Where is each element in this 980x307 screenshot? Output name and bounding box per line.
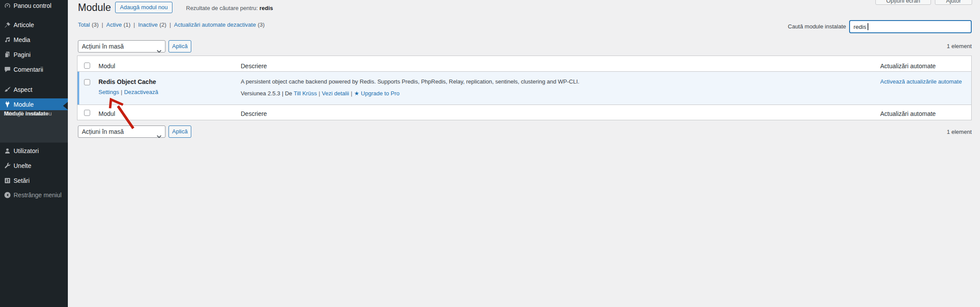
wordpress-plugins-page: Panou control Articole Media Pagini Come… — [0, 0, 980, 307]
sidebar-item-media[interactable]: Media — [0, 33, 68, 46]
sidebar-item-dashboard[interactable]: Panou control — [0, 0, 68, 12]
collapse-menu-button[interactable]: Restrânge meniul — [0, 188, 68, 202]
meta-separator: | — [351, 90, 352, 97]
sidebar-item-pages[interactable]: Pagini — [0, 48, 68, 61]
sidebar-item-tools[interactable]: Unelte — [0, 159, 68, 172]
media-icon — [4, 36, 11, 44]
sidebar-item-label: Setări — [14, 177, 30, 184]
sidebar-item-label: Comentarii — [14, 66, 43, 73]
bulk-actions-selected: Acțiuni în masă — [82, 43, 124, 50]
enable-auto-updates-cell: Activează actualizările automate — [880, 77, 962, 86]
items-count-bottom: 1 element — [947, 129, 972, 136]
search-results-subtitle: Rezultate de căutare pentru: redis — [186, 5, 273, 12]
table-footer-row: Modul Descriere Actualizări automate — [77, 105, 971, 120]
star-icon: ★ — [354, 90, 359, 97]
sidebar-item-label: Media — [14, 36, 30, 43]
sidebar-item-users[interactable]: Utilizatori — [0, 144, 68, 157]
plugin-icon — [4, 101, 11, 108]
link-separator: | — [121, 89, 122, 95]
collapse-menu-label: Restrânge meniul — [14, 192, 62, 199]
search-plugins-label: Caută module instalate — [788, 23, 846, 30]
plugin-meta-row: Versiunea 2.5.3 | De Till Krüss|Vezi det… — [241, 89, 400, 98]
subtitle-search-term: redis — [260, 5, 273, 11]
plugins-submenu: Module instalate Adaugă modul nou — [0, 110, 68, 143]
collapse-icon — [4, 191, 11, 199]
plugin-version-author-prefix: Versiunea 2.5.3 | De — [241, 90, 292, 97]
filter-separator: | — [133, 21, 135, 28]
column-header-name[interactable]: Modul — [98, 62, 115, 70]
filter-active-link[interactable]: Active — [106, 21, 122, 28]
settings-icon — [4, 177, 11, 185]
column-footer-auto-updates: Actualizări automate — [880, 109, 936, 118]
column-footer-description: Descriere — [241, 109, 267, 118]
plugin-row-checkbox[interactable] — [84, 79, 90, 85]
filter-total-link[interactable]: Total — [78, 21, 90, 28]
plugins-table: Modul Descriere Actualizări automate Red… — [77, 56, 972, 120]
enable-auto-updates-link[interactable]: Activează actualizările automate — [880, 78, 962, 85]
plugin-deactivate-link[interactable]: Dezactivează — [124, 89, 158, 95]
dashboard-icon — [4, 2, 11, 10]
screen-options-button[interactable]: Opțiuni ecran — [875, 0, 931, 5]
sidebar-item-label: Articole — [14, 21, 34, 28]
sidebar-item-appearance[interactable]: Aspect — [0, 83, 68, 96]
select-all-checkbox-bottom[interactable] — [84, 110, 90, 116]
sidebar-item-comments[interactable]: Comentarii — [0, 63, 68, 76]
plugin-view-details-link[interactable]: Vezi detalii — [322, 90, 349, 97]
filter-total-count: (3) — [91, 21, 98, 28]
plugin-status-filters: Total(3)|Active(1)|Inactive(2)|Actualiză… — [78, 21, 265, 28]
filter-active-count: (1) — [123, 21, 130, 28]
page-title: Module — [78, 1, 111, 14]
plugin-row-redis-object-cache: Redis Object Cache Settings|Dezactivează… — [77, 72, 971, 105]
subtitle-prefix: Rezultate de căutare pentru: — [186, 5, 260, 11]
sidebar-item-settings[interactable]: Setări — [0, 174, 68, 187]
column-header-description: Descriere — [241, 62, 267, 70]
sidebar-item-label: Panou control — [14, 2, 51, 9]
apply-button-bottom[interactable]: Aplică — [169, 126, 191, 138]
plugin-description: A persistent object cache backend powere… — [241, 77, 580, 86]
select-all-checkbox[interactable] — [84, 63, 90, 69]
help-label: Ajutor — [935, 0, 972, 3]
tools-icon — [4, 162, 11, 170]
chevron-down-icon — [157, 130, 162, 142]
current-menu-arrow — [63, 102, 68, 110]
sidebar-item-label: Utilizatori — [14, 147, 39, 154]
apply-button-top[interactable]: Aplică — [169, 40, 191, 52]
sidebar-item-label: Module — [14, 101, 34, 108]
bulk-actions-select-bottom[interactable]: Acțiuni în masă — [78, 126, 165, 138]
chevron-down-icon — [157, 45, 162, 56]
sidebar-item-label: Pagini — [14, 51, 31, 58]
filter-inactive-count: (2) — [159, 21, 166, 28]
filter-separator: | — [102, 21, 103, 28]
plugin-author-link[interactable]: Till Krüss — [294, 90, 317, 97]
help-button[interactable]: Ajutor — [935, 0, 972, 5]
table-header-row: Modul Descriere Actualizări automate — [77, 56, 971, 72]
filter-autoupdates-disabled-link[interactable]: Actualizări automate dezactivate — [174, 21, 256, 28]
plugin-upgrade-link[interactable]: Upgrade to Pro — [361, 90, 400, 97]
bulk-actions-select-top[interactable]: Acțiuni în masă — [78, 40, 165, 52]
submenu-item-add-plugin[interactable]: Adaugă modul nou — [4, 110, 52, 117]
bulk-actions-selected: Acțiuni în masă — [82, 128, 124, 135]
sidebar-item-plugins[interactable]: Module — [0, 98, 68, 110]
plugin-action-links: Settings|Dezactivează — [98, 88, 158, 97]
sidebar-item-posts[interactable]: Articole — [0, 18, 68, 31]
text-cursor — [868, 23, 868, 30]
pages-icon — [4, 51, 11, 59]
add-plugin-button[interactable]: Adaugă modul nou — [115, 2, 172, 13]
appearance-icon — [4, 86, 11, 94]
sidebar-item-label: Unelte — [14, 162, 31, 169]
meta-separator: | — [319, 90, 320, 97]
screen-options-label: Opțiuni ecran — [876, 0, 931, 3]
active-plugin-accent-bar — [77, 72, 79, 105]
items-count-top: 1 element — [947, 43, 972, 50]
plugin-settings-link[interactable]: Settings — [98, 89, 119, 95]
column-header-auto-updates: Actualizări automate — [880, 62, 936, 70]
comments-icon — [4, 66, 11, 73]
users-icon — [4, 147, 11, 155]
column-footer-name[interactable]: Modul — [98, 109, 115, 118]
sidebar-item-label: Aspect — [14, 86, 32, 93]
filter-separator: | — [169, 21, 171, 28]
admin-sidebar: Panou control Articole Media Pagini Come… — [0, 0, 68, 307]
filter-autoupdates-disabled-count: (3) — [258, 21, 265, 28]
plugin-name: Redis Object Cache — [98, 77, 156, 86]
filter-inactive-link[interactable]: Inactive — [138, 21, 158, 28]
